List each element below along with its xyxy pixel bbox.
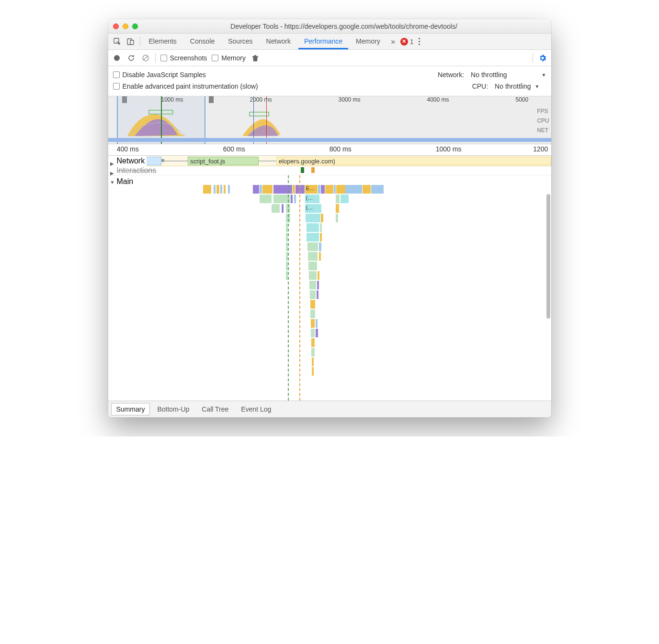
flame-entry[interactable] — [312, 367, 314, 376]
disclosure-triangle-icon[interactable] — [110, 159, 115, 163]
flame-entry[interactable] — [308, 262, 317, 270]
flame-entry[interactable] — [253, 185, 259, 194]
flame-entry[interactable] — [216, 185, 220, 194]
flame-entry[interactable] — [317, 281, 319, 289]
flame-entry[interactable] — [311, 348, 315, 356]
timeline-overview[interactable]: FPS CPU NET 1000 ms2000 ms3000 ms4000 ms… — [108, 96, 551, 144]
flame-entry[interactable] — [294, 195, 296, 203]
disclosure-triangle-icon[interactable] — [110, 168, 115, 173]
flame-entry[interactable] — [336, 185, 345, 194]
flame-entry[interactable] — [311, 319, 315, 328]
interaction-marker[interactable] — [301, 167, 304, 173]
flame-entry[interactable] — [363, 185, 371, 194]
flame-entry[interactable] — [316, 329, 318, 337]
network-request-bar[interactable]: elopers.google.com) — [276, 157, 551, 165]
flame-entry[interactable] — [336, 214, 338, 222]
flame-entry[interactable] — [311, 329, 315, 337]
flame-entry[interactable] — [371, 185, 384, 194]
flame-entry[interactable] — [307, 242, 318, 251]
details-tab-bottom-up[interactable]: Bottom-Up — [152, 403, 194, 415]
clear-button[interactable] — [141, 53, 150, 63]
flame-entry[interactable]: (… — [305, 195, 319, 203]
flame-entry[interactable] — [214, 185, 216, 194]
flame-entry[interactable] — [336, 204, 339, 213]
flame-entry[interactable] — [260, 185, 262, 194]
flame-entry[interactable] — [220, 185, 222, 194]
flame-entry[interactable] — [307, 223, 319, 232]
enable-paint-instrumentation-checkbox[interactable]: Enable advanced paint instrumentation (s… — [113, 82, 258, 90]
inspect-element-icon[interactable] — [111, 35, 124, 48]
flame-entry[interactable] — [310, 290, 316, 299]
tab-memory[interactable]: Memory — [350, 34, 386, 49]
flame-entry[interactable] — [318, 271, 319, 280]
flame-entry[interactable] — [293, 185, 295, 194]
flame-entry[interactable] — [318, 185, 320, 194]
flame-entry[interactable] — [341, 195, 349, 203]
flame-entry[interactable] — [273, 185, 292, 194]
flame-entry[interactable] — [325, 185, 333, 194]
flame-entry[interactable] — [336, 195, 340, 203]
overview-handle-right[interactable] — [209, 96, 214, 103]
memory-checkbox[interactable]: Memory — [212, 54, 246, 62]
tab-elements[interactable]: Elements — [143, 34, 182, 49]
network-throttle-select[interactable]: No throttling — [471, 71, 513, 79]
flame-entry[interactable] — [307, 233, 319, 242]
flame-entry[interactable] — [311, 338, 315, 347]
flame-entry[interactable] — [310, 300, 315, 309]
flame-entry[interactable]: E… — [305, 185, 318, 194]
disclosure-triangle-icon[interactable] — [110, 177, 115, 182]
main-flame-chart[interactable]: E…(…(… — [137, 175, 551, 401]
flame-entry[interactable] — [262, 185, 273, 194]
flame-entry[interactable] — [345, 185, 362, 194]
flame-entry[interactable] — [320, 223, 322, 232]
flame-entry[interactable] — [312, 357, 314, 366]
device-toolbar-icon[interactable] — [125, 35, 137, 48]
flame-entry[interactable] — [319, 252, 321, 261]
vertical-scrollbar-thumb[interactable] — [546, 194, 550, 319]
flame-entry[interactable] — [306, 214, 320, 222]
flame-entry[interactable] — [317, 290, 318, 299]
reload-button[interactable] — [126, 53, 136, 63]
flame-entry[interactable] — [282, 204, 284, 213]
capture-settings-button[interactable] — [538, 53, 547, 63]
disable-js-samples-checkbox[interactable]: Disable JavaScript Samples — [113, 71, 206, 79]
flame-entry[interactable] — [321, 185, 325, 194]
interactions-track[interactable] — [158, 166, 551, 174]
interaction-marker[interactable] — [311, 167, 315, 173]
error-badge[interactable]: ✕ 1 — [400, 38, 414, 46]
flame-entry[interactable] — [291, 195, 293, 203]
flame-entry[interactable] — [310, 310, 315, 318]
flame-entry[interactable] — [228, 185, 230, 194]
details-tab-summary[interactable]: Summary — [111, 403, 150, 415]
cpu-throttle-select[interactable]: No throttling ▼ — [495, 82, 546, 90]
details-tab-call-tree[interactable]: Call Tree — [196, 403, 234, 415]
detail-ruler[interactable]: 400 ms600 ms800 ms1000 ms1200 — [108, 144, 551, 156]
flame-entry[interactable] — [321, 214, 323, 222]
screenshots-checkbox[interactable]: Screenshots — [160, 54, 207, 62]
flame-entry[interactable] — [316, 319, 318, 328]
overflow-tabs-button[interactable]: » — [387, 35, 399, 48]
kebab-menu-icon[interactable] — [414, 38, 424, 45]
tab-performance[interactable]: Performance — [298, 34, 348, 49]
garbage-collect-button[interactable] — [250, 53, 260, 63]
record-button[interactable] — [112, 53, 122, 63]
details-tab-event-log[interactable]: Event Log — [236, 403, 276, 415]
tab-network[interactable]: Network — [261, 34, 296, 49]
flame-entry[interactable] — [272, 204, 280, 213]
flame-entry[interactable] — [309, 271, 317, 280]
flame-entry[interactable] — [309, 281, 316, 289]
close-window-button[interactable] — [113, 23, 119, 29]
network-request-bar[interactable]: script_foot.js — [188, 157, 259, 165]
flame-entry[interactable] — [319, 242, 321, 251]
tab-console[interactable]: Console — [184, 34, 220, 49]
tab-sources[interactable]: Sources — [222, 34, 258, 49]
flame-entry[interactable] — [320, 233, 322, 242]
zoom-window-button[interactable] — [132, 23, 138, 29]
flame-entry[interactable] — [203, 185, 211, 194]
network-track[interactable]: goo…script_foot.jselopers.google.com) — [108, 156, 551, 166]
flame-entry[interactable]: (… — [305, 204, 322, 213]
flame-entry[interactable] — [308, 252, 318, 261]
minimize-window-button[interactable] — [123, 23, 128, 29]
flame-entry[interactable] — [260, 195, 272, 203]
flame-entry[interactable] — [224, 185, 226, 194]
